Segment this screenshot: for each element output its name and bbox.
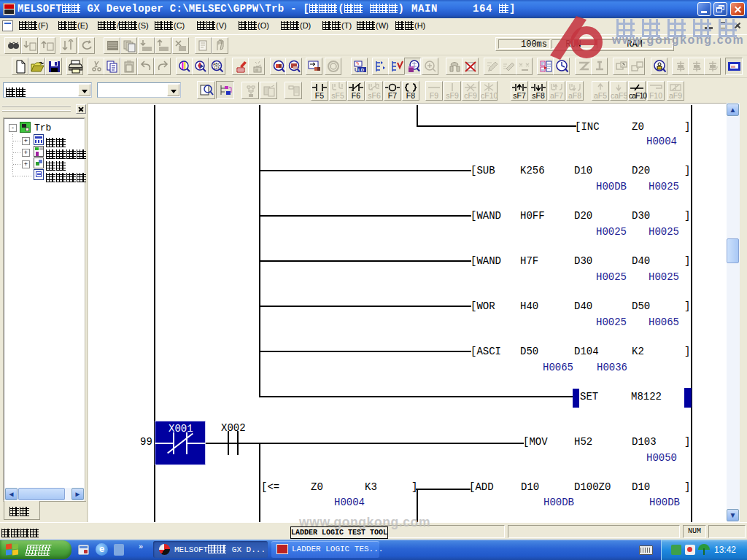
- svg-text:123: 123: [214, 66, 220, 70]
- svg-text:LD: LD: [358, 68, 365, 72]
